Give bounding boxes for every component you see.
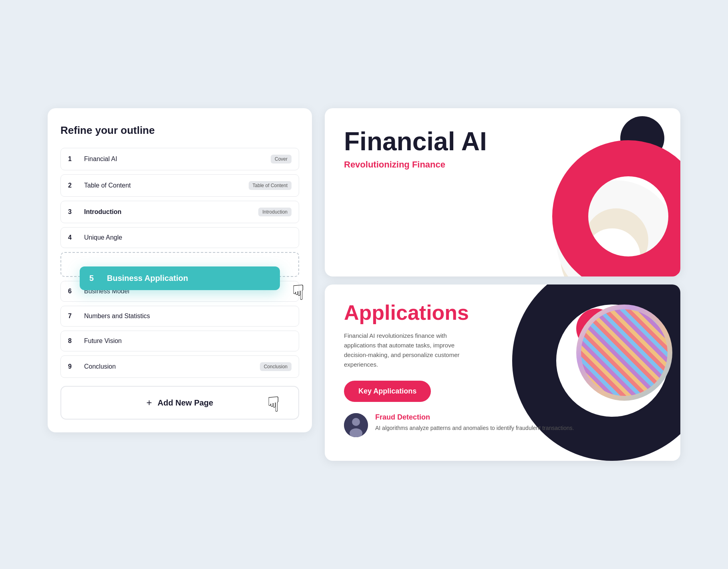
item-label-2: Table of Content bbox=[79, 182, 249, 189]
fraud-title: Fraud Detection bbox=[375, 413, 574, 422]
preview-card-cover: Financial AI Revolutionizing Finance bbox=[325, 108, 680, 276]
preview-bottom-area: Applications Financial AI revolutionizes… bbox=[325, 284, 680, 461]
dragging-item[interactable]: 5 Business Application bbox=[80, 266, 280, 290]
item-label-9: Conclusion bbox=[79, 363, 260, 370]
outline-item-7[interactable]: 7 Numbers and Statistics bbox=[60, 306, 299, 327]
item-badge-3: Introduction bbox=[258, 208, 292, 216]
item-number-6: 6 bbox=[68, 288, 79, 295]
item-number-9: 9 bbox=[68, 363, 79, 370]
item-number-1: 1 bbox=[68, 155, 79, 163]
preview-subtitle: Revolutionizing Finance bbox=[344, 159, 661, 170]
item-badge-1: Cover bbox=[271, 155, 292, 163]
item-badge-2: Table of Content bbox=[249, 181, 292, 190]
item-label-7: Numbers and Statistics bbox=[79, 313, 292, 320]
item-label-1: Financial AI bbox=[79, 155, 271, 163]
outline-list: 1 Financial AI Cover 2 Table of Content … bbox=[60, 148, 299, 378]
preview-main-title: Financial AI bbox=[344, 127, 661, 155]
right-panel: Financial AI Revolutionizing Finance App… bbox=[325, 108, 680, 461]
applications-title: Applications bbox=[344, 301, 661, 325]
preview-card-applications: Applications Financial AI revolutionizes… bbox=[325, 284, 680, 461]
plus-icon: + bbox=[147, 397, 152, 408]
outline-item-2[interactable]: 2 Table of Content Table of Content bbox=[60, 174, 299, 197]
item-label-8: Future Vision bbox=[79, 337, 292, 345]
add-page-label: Add New Page bbox=[158, 398, 213, 408]
main-container: Refine your outline 1 Financial AI Cover… bbox=[24, 84, 704, 485]
item-label-3: Introduction bbox=[79, 208, 258, 216]
add-new-page-button[interactable]: + Add New Page bbox=[60, 386, 299, 420]
outline-item-3[interactable]: 3 Introduction Introduction bbox=[60, 201, 299, 223]
item-badge-9: Conclusion bbox=[260, 362, 292, 371]
fraud-text-area: Fraud Detection AI algorithms analyze pa… bbox=[375, 413, 574, 432]
item-number-3: 3 bbox=[68, 208, 79, 216]
panel-title: Refine your outline bbox=[60, 124, 299, 137]
outline-item-9[interactable]: 9 Conclusion Conclusion bbox=[60, 355, 299, 378]
item-number-2: 2 bbox=[68, 182, 79, 189]
left-panel: Refine your outline 1 Financial AI Cover… bbox=[48, 108, 312, 432]
preview-top-area: Financial AI Revolutionizing Finance bbox=[325, 108, 680, 276]
item-number-7: 7 bbox=[68, 313, 79, 320]
outline-item-1[interactable]: 1 Financial AI Cover bbox=[60, 148, 299, 170]
item-label-4: Unique Angle bbox=[79, 234, 292, 241]
fraud-description: AI algorithms analyze patterns and anoma… bbox=[375, 424, 574, 432]
fraud-detection-section: Fraud Detection AI algorithms analyze pa… bbox=[344, 413, 661, 437]
item-number-4: 4 bbox=[68, 234, 79, 241]
item-number-8: 8 bbox=[68, 337, 79, 345]
outline-item-8[interactable]: 8 Future Vision bbox=[60, 331, 299, 351]
svg-point-1 bbox=[352, 418, 360, 426]
applications-description: Financial AI revolutionizes finance with… bbox=[344, 331, 480, 369]
outline-item-4[interactable]: 4 Unique Angle bbox=[60, 227, 299, 248]
dragging-label: Business Application bbox=[102, 274, 270, 283]
fraud-avatar bbox=[344, 413, 368, 437]
dragging-number: 5 bbox=[89, 274, 102, 283]
fraud-avatar-icon bbox=[344, 413, 368, 437]
key-applications-button[interactable]: Key Applications bbox=[344, 381, 431, 402]
